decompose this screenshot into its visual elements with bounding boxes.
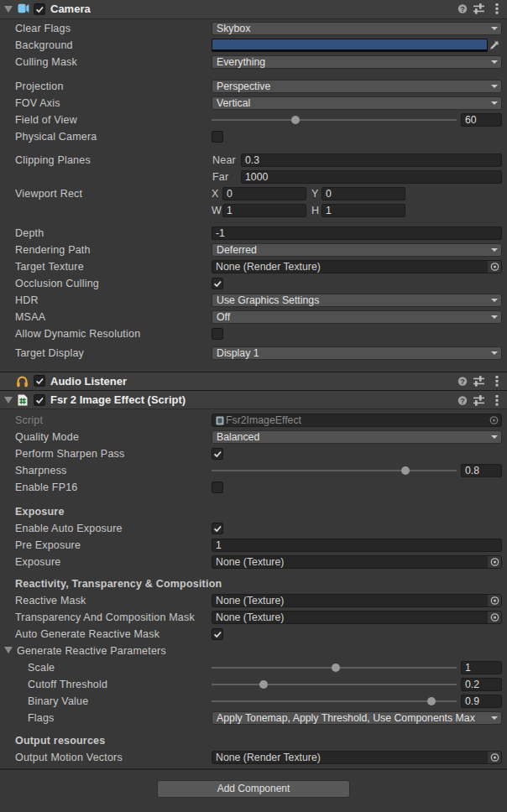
svg-text:?: ?	[460, 377, 465, 386]
svg-text:?: ?	[460, 397, 465, 405]
svg-text:?: ?	[460, 5, 465, 13]
